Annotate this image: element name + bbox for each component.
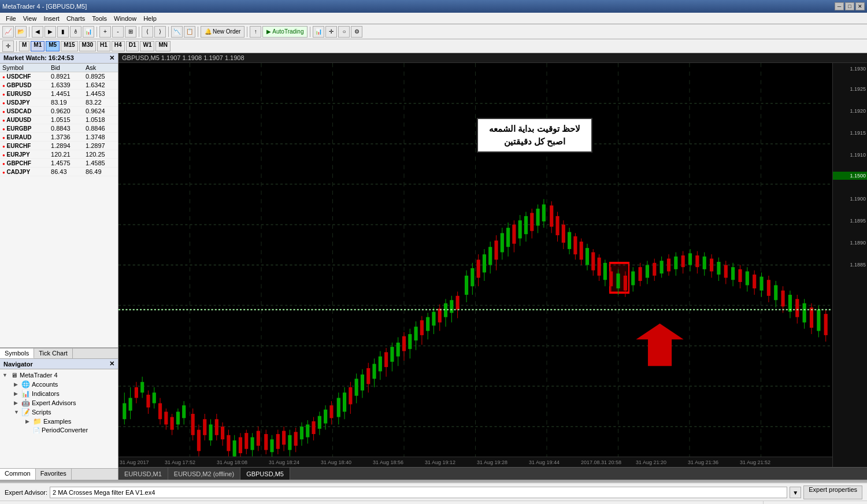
period-m1-btn[interactable]: M1 xyxy=(31,41,45,51)
menu-file[interactable]: File xyxy=(2,14,20,23)
market-watch-row[interactable]: ● USDCAD 0.9620 0.9624 xyxy=(0,107,118,116)
period-h1-btn[interactable]: H1 xyxy=(97,41,110,51)
market-watch-row[interactable]: ● AUDUSD 1.0515 1.0518 xyxy=(0,116,118,124)
ea-dropdown[interactable] xyxy=(50,487,787,498)
tree-indicators[interactable]: ▶ 📊 Indicators xyxy=(13,389,117,398)
settings-btn2[interactable]: ⚙ xyxy=(351,26,362,38)
market-watch-row[interactable]: ● GBPUSD 1.6339 1.6342 xyxy=(0,81,118,90)
menu-insert[interactable]: Insert xyxy=(40,14,63,23)
market-watch-row[interactable]: ● USDJPY 83.19 83.22 xyxy=(0,98,118,107)
mw-symbol: ● USDJPY xyxy=(0,98,49,107)
market-watch-row[interactable]: ● EURGBP 0.8843 0.8846 xyxy=(0,124,118,133)
period-m5-btn[interactable]: M5 xyxy=(46,41,60,51)
menu-view[interactable]: View xyxy=(20,14,40,23)
menu-window[interactable]: Window xyxy=(110,14,140,23)
svg-rect-54 xyxy=(227,435,230,451)
chart-main[interactable]: لاحظ توقيت بداية الشمعه اصبح كل دقيقتين … xyxy=(118,63,832,467)
zoom-out-btn[interactable]: - xyxy=(112,26,124,38)
market-watch-row[interactable]: ● EURAUD 1.3736 1.3748 xyxy=(0,133,118,142)
tab-favorites[interactable]: Favorites xyxy=(36,469,72,480)
chart-bar-btn[interactable]: ▮ xyxy=(57,26,69,38)
period-m15-btn[interactable]: M15 xyxy=(61,41,77,51)
svg-rect-168 xyxy=(573,236,577,254)
zoom-in-btn[interactable]: + xyxy=(99,26,111,38)
expert-properties-btn[interactable]: Expert properties xyxy=(803,486,862,499)
svg-rect-28 xyxy=(146,395,150,407)
new-order-button[interactable]: 🔔 New Order xyxy=(201,26,244,38)
period-w1-btn[interactable]: W1 xyxy=(140,41,154,51)
back-btn[interactable]: ◀ xyxy=(32,26,43,38)
chart-candle-btn[interactable]: 🕯 xyxy=(70,26,81,38)
market-watch-row[interactable]: ● CADJPY 86.43 86.49 xyxy=(0,168,118,176)
svg-rect-124 xyxy=(438,309,442,323)
tree-scripts[interactable]: ▼ 📝 Scripts xyxy=(13,407,117,417)
svg-rect-183 xyxy=(616,273,620,288)
svg-rect-72 xyxy=(282,431,286,444)
sep5 xyxy=(198,27,198,37)
svg-rect-140 xyxy=(488,247,492,265)
cross-btn[interactable]: ✛ xyxy=(325,26,337,38)
new-chart-btn[interactable]: 📈 xyxy=(2,26,14,38)
crosshair-btn[interactable]: ✛ xyxy=(2,40,14,52)
menu-help[interactable]: Help xyxy=(140,14,160,23)
price-1925: 1.1925 xyxy=(850,86,866,92)
price-1920: 1.1920 xyxy=(850,108,866,114)
svg-rect-34 xyxy=(164,412,168,424)
tree-expert-advisors[interactable]: ▶ 🤖 Expert Advisors xyxy=(13,398,117,407)
scroll-right-btn[interactable]: ⟩ xyxy=(154,26,166,38)
open-btn[interactable]: 📂 xyxy=(15,26,27,38)
chart-header: GBPUSD,M5 1.1907 1.1908 1.1907 1.1908 xyxy=(118,53,867,63)
market-watch-row[interactable]: ● USDCHF 0.8921 0.8925 xyxy=(0,72,118,81)
close-button[interactable]: ✕ xyxy=(855,2,865,10)
tree-accounts[interactable]: ▶ 🌐 Accounts xyxy=(13,380,117,389)
tab-tick-chart[interactable]: Tick Chart xyxy=(34,349,73,358)
chart-fit-btn[interactable]: ⊞ xyxy=(125,26,136,38)
market-watch-row[interactable]: ● EURUSD 1.4451 1.4453 xyxy=(0,90,118,98)
mw-ask: 86.49 xyxy=(83,168,118,176)
auto-trading-button[interactable]: ▶ AutoTrading xyxy=(262,26,307,38)
indicator-btn[interactable]: 📉 xyxy=(171,26,183,38)
period-d1-btn[interactable]: D1 xyxy=(126,41,139,51)
tab-symbols[interactable]: Symbols xyxy=(0,349,34,358)
menu-charts[interactable]: Charts xyxy=(63,14,88,23)
examples-folder-icon: 📁 xyxy=(33,417,42,425)
mw-bid: 1.0515 xyxy=(49,116,83,124)
minimize-button[interactable]: ─ xyxy=(835,2,844,10)
svg-rect-176 xyxy=(597,258,601,276)
svg-rect-185 xyxy=(624,276,627,291)
up-btn[interactable]: ↑ xyxy=(250,26,261,38)
price-1890: 1.1890 xyxy=(850,240,866,246)
forward-btn[interactable]: ▶ xyxy=(45,26,56,38)
price-1900: 1.1900 xyxy=(850,196,866,202)
tree-examples[interactable]: ▶ 📁 Examples xyxy=(24,417,117,426)
market-watch-row[interactable]: ● EURJPY 120.21 120.25 xyxy=(0,150,118,159)
period-mn-btn[interactable]: MN xyxy=(155,41,171,51)
menu-tools[interactable]: Tools xyxy=(88,14,110,23)
ea-dropdown-arrow[interactable]: ▼ xyxy=(790,487,801,498)
tree-root[interactable]: ▼ 🖥 MetaTrader 4 xyxy=(1,370,117,380)
period-m30-btn[interactable]: M30 xyxy=(79,41,96,51)
circle-btn[interactable]: ○ xyxy=(338,26,350,38)
tab-eurusd-m2[interactable]: EURUSD,M2 (offline) xyxy=(168,468,240,480)
market-watch-row[interactable]: ● GBPCHF 1.4575 1.4585 xyxy=(0,159,118,168)
market-watch-row[interactable]: ● EURCHF 1.2894 1.2897 xyxy=(0,142,118,150)
examples-label: Examples xyxy=(43,418,71,425)
svg-rect-205 xyxy=(695,255,699,267)
period-m-btn[interactable]: M xyxy=(19,41,29,51)
svg-rect-195 xyxy=(660,261,664,273)
tab-eurusd-m1[interactable]: EURUSD,M1 xyxy=(118,468,168,480)
template-btn[interactable]: 📋 xyxy=(184,26,195,38)
chart-type-btn[interactable]: 📊 xyxy=(313,26,324,38)
svg-rect-229 xyxy=(781,291,784,307)
period-h4-btn[interactable]: H4 xyxy=(112,41,125,51)
tab-common[interactable]: Common xyxy=(0,469,36,480)
svg-rect-178 xyxy=(603,263,607,280)
market-watch-close[interactable]: ✕ xyxy=(109,54,114,62)
tab-gbpusd-m5[interactable]: GBPUSD,M5 xyxy=(240,468,290,480)
maximize-button[interactable]: □ xyxy=(845,2,854,10)
navigator-close[interactable]: ✕ xyxy=(109,360,114,368)
chart-line-btn[interactable]: 📊 xyxy=(83,26,94,38)
scroll-left-btn[interactable]: ⟨ xyxy=(142,26,153,38)
tree-root-label: MetaTrader 4 xyxy=(20,372,58,379)
tree-period-converter[interactable]: 📄 PeriodConverter xyxy=(24,426,117,434)
